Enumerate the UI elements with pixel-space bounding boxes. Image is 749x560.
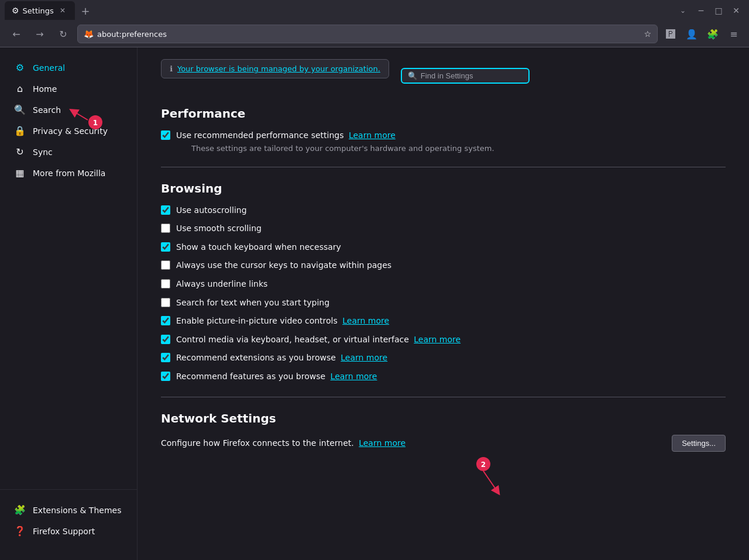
smooth-scroll-label: Use smooth scrolling <box>176 223 262 235</box>
smooth-scroll-checkbox[interactable] <box>161 224 170 233</box>
reload-button[interactable]: ↻ <box>54 25 73 43</box>
forward-button[interactable]: → <box>30 25 49 43</box>
sidebar-item-home[interactable]: ⌂ Home <box>5 78 132 99</box>
url-text: about:preferences <box>97 30 640 39</box>
sidebar-item-support-label: Firefox Support <box>33 527 95 536</box>
use-recommended-label-wrap: Use recommended performance settings Lea… <box>176 130 494 153</box>
network-learn-more-link[interactable]: Learn more <box>359 438 406 448</box>
autoscroll-item: Use autoscrolling <box>161 205 726 217</box>
sidebar-item-general-label: General <box>33 63 65 73</box>
sidebar-item-privacy-label: Privacy & Security <box>33 126 108 136</box>
gear-icon: ⚙ <box>14 62 26 73</box>
nav-bar: ← → ↻ 🦊 about:preferences ☆ 🅿 👤 🧩 ≡ <box>0 21 749 47</box>
find-search-icon: 🔍 <box>408 71 417 80</box>
browsing-divider <box>161 397 726 397</box>
minimize-button[interactable]: ─ <box>693 2 709 19</box>
new-tab-icon: + <box>81 5 90 17</box>
sidebar: ⚙ General ⌂ Home 🔍 Search 🔒 Privacy & Se… <box>0 47 138 560</box>
url-bar[interactable]: 🦊 about:preferences ☆ <box>77 25 658 43</box>
home-icon: ⌂ <box>14 83 26 94</box>
cursor-keys-checkbox[interactable] <box>161 260 170 270</box>
sidebar-item-home-label: Home <box>33 84 57 94</box>
network-description-wrap: Configure how Firefox connects to the in… <box>161 438 406 448</box>
account-button[interactable]: 👤 <box>683 26 700 42</box>
back-icon: ← <box>12 29 20 40</box>
touch-keyboard-checkbox[interactable] <box>161 242 170 252</box>
recommend-features-learn-more-link[interactable]: Learn more <box>331 372 377 381</box>
find-settings-input[interactable] <box>421 71 523 80</box>
recommend-ext-label: Recommend extensions as you browse Learn… <box>176 352 387 364</box>
performance-title: Performance <box>161 106 726 121</box>
media-keys-label: Control media via keyboard, headset, or … <box>176 334 461 346</box>
search-text-label: Search for text when you start typing <box>176 297 329 309</box>
sidebar-item-more-label: More from Mozilla <box>33 169 105 178</box>
sidebar-item-support[interactable]: ❓ Firefox Support <box>5 521 132 541</box>
sidebar-item-more[interactable]: ▦ More from Mozilla <box>5 163 132 183</box>
network-row: Configure how Firefox connects to the in… <box>161 435 726 452</box>
pip-label: Enable picture-in-picture video controls… <box>176 315 389 327</box>
lock-icon: 🔒 <box>14 125 26 136</box>
media-keys-checkbox[interactable] <box>161 335 170 344</box>
search-text-checkbox[interactable] <box>161 298 170 307</box>
new-tab-button[interactable]: + <box>77 2 94 19</box>
sidebar-item-general[interactable]: ⚙ General <box>5 57 132 78</box>
network-settings-button[interactable]: Settings... <box>672 435 726 452</box>
managed-notice-link[interactable]: Your browser is being managed by your or… <box>177 64 380 73</box>
extensions-button[interactable]: 🧩 <box>705 26 721 42</box>
bookmark-icon[interactable]: ☆ <box>644 29 651 39</box>
tab-bar: ⚙ Settings ✕ + ⌄ ─ □ ✕ <box>0 0 749 21</box>
recommend-ext-checkbox[interactable] <box>161 353 170 362</box>
sidebar-item-privacy[interactable]: 🔒 Privacy & Security <box>5 121 132 141</box>
recommend-ext-item: Recommend extensions as you browse Learn… <box>161 352 726 364</box>
sidebar-item-extensions-label: Extensions & Themes <box>33 506 121 515</box>
performance-learn-more-link[interactable]: Learn more <box>349 130 396 140</box>
recommend-features-label: Recommend features as you browse Learn m… <box>176 371 377 383</box>
pip-checkbox[interactable] <box>161 316 170 325</box>
sidebar-bottom: 🧩 Extensions & Themes ❓ Firefox Support <box>0 489 137 551</box>
tab-overflow-button[interactable]: ⌄ <box>680 6 686 15</box>
touch-keyboard-item: Show a touch keyboard when necessary <box>161 242 726 253</box>
recommend-features-checkbox[interactable] <box>161 372 170 381</box>
use-recommended-item: Use recommended performance settings Lea… <box>161 130 726 153</box>
sidebar-item-sync[interactable]: ↻ Sync <box>5 142 132 162</box>
sidebar-item-sync-label: Sync <box>33 147 53 157</box>
cursor-keys-label: Always use the cursor keys to navigate w… <box>176 260 391 272</box>
performance-section: Performance Use recommended performance … <box>161 106 726 153</box>
pip-learn-more-link[interactable]: Learn more <box>342 316 389 325</box>
use-recommended-checkbox[interactable] <box>161 130 170 140</box>
extensions-sidebar-icon: 🧩 <box>14 504 26 516</box>
close-tab-button[interactable]: ✕ <box>57 5 68 16</box>
firefox-logo: 🦊 <box>84 29 94 39</box>
browsing-section: Browsing Use autoscrolling Use smooth sc… <box>161 181 726 383</box>
sidebar-item-search[interactable]: 🔍 Search <box>5 99 132 120</box>
autoscroll-label: Use autoscrolling <box>176 205 247 217</box>
menu-button[interactable]: ≡ <box>726 26 742 42</box>
settings-tab[interactable]: ⚙ Settings ✕ <box>5 1 75 20</box>
autoscroll-checkbox[interactable] <box>161 205 170 215</box>
underline-links-item: Always underline links <box>161 279 726 290</box>
forward-icon: → <box>36 29 43 40</box>
main-layout: ⚙ General ⌂ Home 🔍 Search 🔒 Privacy & Se… <box>0 47 749 560</box>
network-section: Network Settings Configure how Firefox c… <box>161 411 726 452</box>
pip-item: Enable picture-in-picture video controls… <box>161 315 726 327</box>
back-button[interactable]: ← <box>7 25 26 43</box>
underline-links-checkbox[interactable] <box>161 279 170 288</box>
media-keys-learn-more-link[interactable]: Learn more <box>414 335 461 344</box>
media-keys-item: Control media via keyboard, headset, or … <box>161 334 726 346</box>
sync-icon: ↻ <box>14 146 26 157</box>
pocket-button[interactable]: 🅿 <box>662 26 679 42</box>
sidebar-item-search-label: Search <box>33 105 61 115</box>
sidebar-item-extensions[interactable]: 🧩 Extensions & Themes <box>5 500 132 520</box>
maximize-button[interactable]: □ <box>710 2 727 19</box>
content-area: ℹ Your browser is being managed by your … <box>138 47 749 560</box>
recommend-ext-learn-more-link[interactable]: Learn more <box>341 353 387 362</box>
network-title: Network Settings <box>161 411 726 425</box>
use-recommended-label: Use recommended performance settings <box>176 130 343 140</box>
use-recommended-desc: These settings are tailored to your comp… <box>191 144 494 153</box>
smooth-scroll-item: Use smooth scrolling <box>161 223 726 235</box>
search-text-item: Search for text when you start typing <box>161 297 726 309</box>
reload-icon: ↻ <box>59 29 67 40</box>
help-icon: ❓ <box>14 525 26 537</box>
cursor-keys-item: Always use the cursor keys to navigate w… <box>161 260 726 272</box>
close-window-button[interactable]: ✕ <box>728 2 744 19</box>
